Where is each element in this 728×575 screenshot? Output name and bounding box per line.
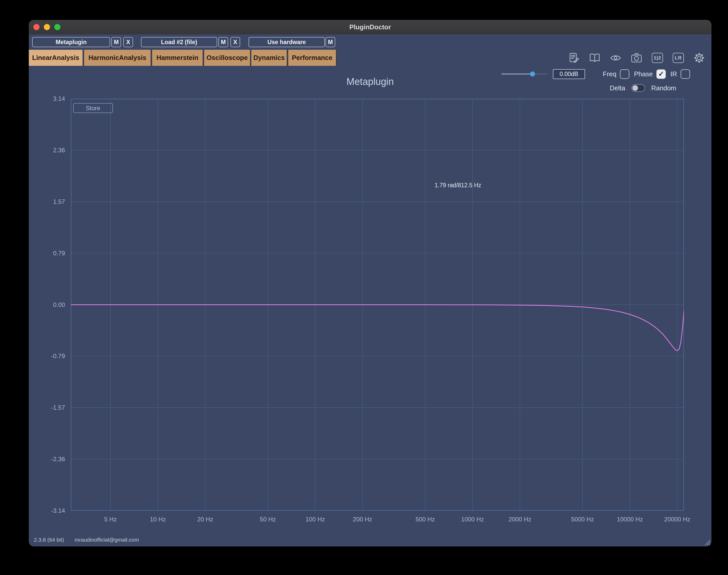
tab-hammerstein[interactable]: Hammerstein <box>152 50 203 66</box>
screen-background: PluginDoctor Metaplugin M X Load #2 (fil… <box>0 0 728 575</box>
y-tick-label: 0.00 <box>53 301 65 308</box>
tab-linear-analysis[interactable]: LinearAnalysis <box>29 50 83 66</box>
x-tick-label: 10 Hz <box>150 516 166 523</box>
slot-2-m-button[interactable]: M <box>218 37 228 47</box>
slot-2-x-button[interactable]: X <box>230 37 240 47</box>
notes-icon[interactable] <box>568 52 579 64</box>
camera-screenshot-icon[interactable] <box>631 52 642 64</box>
tab-performance[interactable]: Performance <box>288 50 336 66</box>
freq-checkbox[interactable] <box>620 69 629 79</box>
y-tick-label: -0.79 <box>51 352 65 360</box>
resize-grip[interactable] <box>702 538 711 546</box>
random-label: Random <box>651 84 676 92</box>
y-tick-label: -3.14 <box>51 507 65 514</box>
tab-dynamics[interactable]: Dynamics <box>251 50 287 66</box>
x-axis-labels: 5 Hz10 Hz20 Hz50 Hz100 Hz200 Hz500 Hz100… <box>71 516 684 524</box>
titlebar[interactable]: PluginDoctor <box>29 20 712 34</box>
y-tick-label: 0.79 <box>53 250 65 257</box>
statusbar: 2.3.8 (64 bit) mraudioofficial@gmail.com <box>29 537 712 544</box>
x-tick-label: 20000 Hz <box>664 516 690 523</box>
plugin-slot-toolbar: Metaplugin M X Load #2 (file) M X Use ha… <box>29 34 712 50</box>
slot-3-m-button[interactable]: M <box>326 37 335 47</box>
analyzer-controls-row1: 0.00dB Freq Phase IR <box>501 68 690 79</box>
window-title: PluginDoctor <box>29 20 712 34</box>
slot-1-m-button[interactable]: M <box>111 37 121 47</box>
eye-icon[interactable] <box>610 52 621 64</box>
x-tick-label: 500 Hz <box>415 516 435 523</box>
plot-canvas <box>71 99 684 511</box>
phase-response-plot[interactable]: Store 1.79 rad/812.5 Hz <box>71 99 684 511</box>
analysis-tabbar: LinearAnalysis HarmonicAnalysis Hammerst… <box>29 50 712 66</box>
version-text: 2.3.8 (64 bit) <box>34 537 64 543</box>
gain-readout[interactable]: 0.00dB <box>553 69 585 79</box>
analyzer-controls-row2: Delta Random <box>610 83 676 93</box>
tab-oscilloscope[interactable]: Oscilloscope <box>204 50 251 66</box>
phase-checkbox[interactable] <box>656 69 666 79</box>
y-axis-labels: 3.142.361.570.790.00-0.79-1.57-2.36-3.14 <box>29 99 68 511</box>
x-tick-label: 100 Hz <box>305 516 325 523</box>
phase-label: Phase <box>634 70 653 78</box>
channel-lr-icon[interactable]: LR <box>673 53 684 63</box>
gain-slider[interactable] <box>501 71 548 77</box>
x-tick-label: 5 Hz <box>104 516 117 523</box>
toggle-knob <box>632 85 638 91</box>
plugindoctor-window: PluginDoctor Metaplugin M X Load #2 (fil… <box>29 20 712 546</box>
x-tick-label: 5000 Hz <box>571 516 594 523</box>
plugin-slot-2-button[interactable]: Load #2 (file) <box>141 37 217 47</box>
x-tick-label: 1000 Hz <box>461 516 484 523</box>
manual-book-icon[interactable] <box>589 52 600 64</box>
y-tick-label: -2.36 <box>51 455 65 463</box>
ir-label: IR <box>670 70 677 78</box>
ir-checkbox[interactable] <box>681 69 690 79</box>
store-button[interactable]: Store <box>73 103 113 113</box>
cursor-readout: 1.79 rad/812.5 Hz <box>435 182 481 189</box>
y-tick-label: -1.57 <box>51 404 65 411</box>
settings-gear-icon[interactable] <box>694 52 705 64</box>
y-tick-label: 2.36 <box>53 147 65 154</box>
x-tick-label: 20 Hz <box>197 516 213 523</box>
tab-harmonic-analysis[interactable]: HarmonicAnalysis <box>84 50 151 66</box>
y-tick-label: 3.14 <box>53 95 65 102</box>
plugin-slot-1-button[interactable]: Metaplugin <box>32 37 110 47</box>
x-tick-label: 50 Hz <box>260 516 276 523</box>
delta-label: Delta <box>610 84 625 92</box>
delta-random-toggle[interactable] <box>631 84 645 92</box>
x-tick-label: 200 Hz <box>353 516 372 523</box>
use-hardware-button[interactable]: Use hardware <box>249 37 325 47</box>
freq-label: Freq <box>603 70 616 78</box>
gain-slider-track <box>501 73 548 74</box>
x-tick-label: 2000 Hz <box>509 516 531 523</box>
slot-1-x-button[interactable]: X <box>123 37 133 47</box>
iconbar: 1|2 LR <box>568 52 705 64</box>
contact-email: mraudioofficial@gmail.com <box>75 537 139 543</box>
y-tick-label: 1.57 <box>53 198 65 205</box>
channel-1-2-icon[interactable]: 1|2 <box>652 53 663 63</box>
x-tick-label: 10000 Hz <box>617 516 643 523</box>
gain-slider-knob[interactable] <box>530 71 535 76</box>
